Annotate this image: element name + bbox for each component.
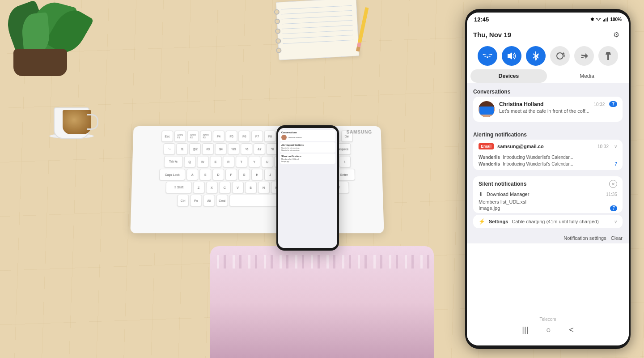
key-x[interactable]: X: [206, 182, 217, 193]
key-h[interactable]: H: [251, 169, 263, 180]
key-backtick[interactable]: `~: [164, 143, 175, 155]
key-j[interactable]: J: [264, 169, 276, 180]
flashlight-toggle[interactable]: [598, 46, 618, 66]
key-f1[interactable]: APP1F1: [174, 131, 186, 142]
notebook-line: [283, 35, 353, 39]
conversation-card-christina[interactable]: C Christina Holland 10:32 Let's meet at …: [473, 97, 623, 122]
phone-small: Conversations Christina Holland Alerting…: [276, 125, 339, 251]
notebook-line: [283, 40, 354, 44]
key-row-asdf: Caps Lock A S D F G H J K L ; ' ← Enter: [136, 169, 378, 180]
phone-small-screen: Conversations Christina Holland Alerting…: [278, 128, 337, 248]
key-4[interactable]: $4: [215, 143, 227, 155]
christina-avatar: C: [479, 101, 495, 117]
key-a[interactable]: A: [186, 169, 198, 180]
recent-apps-button[interactable]: |||: [522, 325, 528, 335]
conversations-section: Conversations C Christina Holland 1: [467, 83, 629, 126]
date-label: Thu, Nov 19: [473, 31, 511, 38]
key-tab[interactable]: Tab ↹: [164, 156, 182, 167]
key-f8[interactable]: F8: [264, 131, 276, 142]
key-r[interactable]: R: [223, 156, 234, 167]
tab-media[interactable]: Media: [549, 69, 625, 83]
back-button[interactable]: <: [569, 325, 574, 335]
rotation-toggle[interactable]: [550, 46, 570, 66]
wifi-toggle[interactable]: [478, 46, 497, 66]
key-backslash[interactable]: \: [339, 156, 350, 167]
key-q[interactable]: Q: [184, 156, 195, 167]
email-notification-card[interactable]: Email samsung@gmail.co 10:32 ∨ Wunderlis…: [473, 140, 623, 170]
key-row-zxcv: ⇧ Shift Z X C V B N M , . / Shift ⇧: [136, 182, 378, 193]
key-f5[interactable]: F5: [226, 131, 237, 142]
key-esc[interactable]: Esc: [161, 131, 173, 142]
svg-rect-3: [607, 17, 608, 21]
sleeve-stripes: [210, 255, 434, 268]
key-b[interactable]: B: [245, 182, 256, 193]
home-button[interactable]: ○: [546, 325, 551, 335]
key-fn[interactable]: Fn: [190, 195, 202, 206]
wifi-status-icon: [596, 17, 601, 22]
notebook-line: [281, 10, 352, 14]
key-2[interactable]: @2: [189, 143, 201, 155]
sound-toggle[interactable]: [502, 46, 521, 66]
wunderlis-count-2: 7: [614, 162, 617, 166]
wunderlis-app-2: Wunderlis: [479, 162, 500, 166]
plant-pot: [13, 49, 67, 76]
key-cmd[interactable]: Cmd: [216, 195, 228, 206]
key-e[interactable]: E: [210, 156, 221, 167]
key-n[interactable]: N: [258, 182, 270, 193]
clear-button[interactable]: Clear: [611, 235, 623, 241]
notebook-lines: [276, 0, 359, 55]
key-f[interactable]: F: [225, 169, 237, 180]
key-6[interactable]: ^6: [241, 143, 253, 155]
key-f7[interactable]: F7: [251, 131, 263, 142]
christina-sender: Christina Holland: [499, 101, 543, 107]
key-ctrl[interactable]: Ctrl: [177, 195, 189, 206]
bluetooth-status-icon: ✱: [590, 17, 594, 22]
notebook-line: [282, 20, 352, 24]
key-f3[interactable]: APP3F3: [200, 131, 212, 142]
key-v[interactable]: V: [232, 182, 243, 193]
key-c[interactable]: C: [219, 182, 230, 193]
key-row-numbers: `~ !1 @2 #3 $4 %5 ^6 &7 *8 (9 )0 _- += B…: [137, 143, 377, 155]
silent-notifications-card[interactable]: Silent notifications ✕ ⬇ Download Manage…: [473, 176, 623, 213]
key-s[interactable]: S: [199, 169, 211, 180]
key-shift-left[interactable]: ⇧ Shift: [165, 182, 192, 193]
plant-decoration: [0, 0, 103, 81]
bottom-navigation-bar: Telecom ||| ○ <: [467, 314, 629, 345]
key-alt[interactable]: Alt: [203, 195, 215, 206]
settings-notification-row[interactable]: ⚡ Settings Cable charging (41m until ful…: [473, 215, 623, 228]
settings-gear-button[interactable]: ⚙: [610, 28, 623, 41]
airplane-toggle[interactable]: [574, 46, 594, 66]
key-1[interactable]: !1: [176, 143, 188, 155]
spiral-ring: [276, 47, 282, 53]
status-icons: ✱ 100%: [590, 17, 622, 22]
alerting-section: Alerting notifications Email samsung@gma…: [467, 126, 629, 174]
key-5[interactable]: %5: [228, 143, 240, 155]
key-u[interactable]: U: [261, 156, 273, 167]
email-expand-icon[interactable]: ∨: [614, 144, 617, 149]
signal-status-icon: [603, 17, 608, 22]
key-t[interactable]: T: [236, 156, 247, 167]
key-f2[interactable]: APP2F2: [187, 131, 199, 142]
charging-icon: ⚡: [479, 218, 485, 225]
key-y[interactable]: Y: [249, 156, 260, 167]
quick-toggles-row: [467, 43, 629, 69]
tab-devices[interactable]: Devices: [470, 69, 547, 83]
key-capslock[interactable]: Caps Lock: [159, 169, 185, 180]
download-manager-name: Download Manager: [487, 192, 602, 197]
key-z[interactable]: Z: [193, 182, 204, 193]
silent-close-button[interactable]: ✕: [609, 180, 617, 188]
silent-files-list: Members list_UDL.xsl Image.jpg 7: [473, 199, 623, 213]
key-w[interactable]: W: [197, 156, 208, 167]
settings-charge-text: Cable charging (41m until fully charged): [512, 219, 610, 224]
key-7[interactable]: &7: [254, 143, 265, 155]
silent-file-2: Image.jpg: [479, 205, 500, 211]
key-f6[interactable]: F6: [238, 131, 250, 142]
key-3[interactable]: #3: [202, 143, 214, 155]
key-d[interactable]: D: [212, 169, 224, 180]
bluetooth-toggle[interactable]: [526, 46, 546, 66]
conversations-label: Conversations: [473, 86, 623, 97]
key-f4[interactable]: F4: [213, 131, 225, 142]
settings-expand-icon[interactable]: ∨: [614, 219, 617, 224]
notification-settings-link[interactable]: Notification settings: [564, 235, 606, 241]
key-g[interactable]: G: [238, 169, 250, 180]
